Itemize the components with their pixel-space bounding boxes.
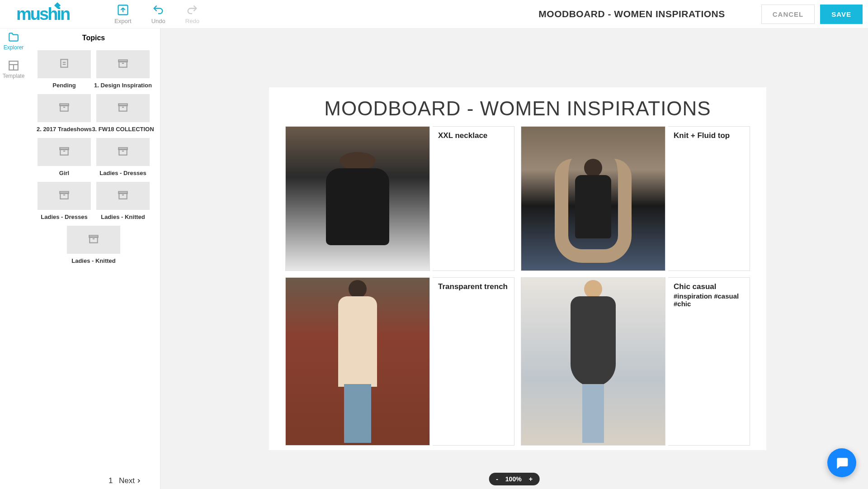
export-label: Export <box>114 18 132 24</box>
sidebar-title: Topics <box>27 28 160 46</box>
undo-button[interactable]: Undo <box>151 4 165 24</box>
canvas[interactable]: MOODBOARD - WOMEN INSPIRATIONS XXL neckl… <box>160 28 868 489</box>
redo-icon <box>186 4 198 16</box>
svg-rect-26 <box>118 191 127 193</box>
card-image <box>285 277 430 446</box>
topic-label: 2. 2017 Tradeshows <box>37 126 92 133</box>
card-image <box>285 126 430 271</box>
topic-label: 3. FW18 COLLECTION <box>92 126 154 133</box>
topic-label: Ladies - Dresses <box>99 170 146 176</box>
card-3[interactable]: Transparent trench <box>285 277 514 446</box>
svg-rect-17 <box>60 147 69 149</box>
card-title: XXL necklace <box>438 131 509 140</box>
card-image <box>521 126 665 271</box>
document-icon <box>57 57 71 71</box>
rail-template[interactable]: Template <box>3 60 25 79</box>
moodboard[interactable]: MOODBOARD - WOMEN INSPIRATIONS XXL neckl… <box>269 87 766 450</box>
box-icon <box>87 233 100 247</box>
box-icon <box>57 189 71 203</box>
template-icon <box>7 60 20 71</box>
card-image <box>521 277 665 446</box>
card-title: Knit + Fluid top <box>674 131 744 140</box>
card-4[interactable]: Chic casual #inspiration #casual #chic <box>521 277 750 446</box>
export-button[interactable]: Export <box>114 4 132 24</box>
nav-rail: Explorer Template <box>0 28 27 489</box>
undo-icon <box>152 4 165 16</box>
topic-label: 1. Design Inspiration <box>94 82 152 89</box>
topic-thumb <box>96 94 150 122</box>
pager: 1 Next <box>27 476 160 485</box>
card-1[interactable]: XXL necklace <box>285 126 514 271</box>
topic-label: Girl <box>59 170 69 176</box>
rail-template-label: Template <box>3 73 25 79</box>
export-icon <box>117 4 129 16</box>
topic-thumb <box>96 138 150 166</box>
topic-label: Ladies - Knitted <box>101 214 145 220</box>
topic-label: Ladies - Dresses <box>41 214 87 220</box>
next-label: Next <box>119 476 135 485</box>
cancel-button[interactable]: CANCEL <box>761 5 815 24</box>
card-desc: XXL necklace <box>433 126 514 271</box>
save-button[interactable]: SAVE <box>820 5 863 24</box>
box-icon <box>116 145 130 159</box>
zoom-control: - 100% + <box>489 473 540 485</box>
app-logo: mushin <box>16 5 69 23</box>
redo-button[interactable]: Redo <box>185 4 199 24</box>
topic-item[interactable]: Ladies - Knitted <box>67 226 120 264</box>
box-icon <box>116 57 130 71</box>
topic-item[interactable]: Ladies - Knitted <box>96 182 150 220</box>
topic-thumb <box>67 226 120 254</box>
svg-rect-23 <box>60 191 69 193</box>
topic-thumb <box>38 182 91 210</box>
topic-item[interactable]: Girl <box>38 138 91 176</box>
page-title: MOODBOARD - WOMEN INSPIRATIONS <box>538 9 725 19</box>
topic-item[interactable]: Pending <box>38 50 91 89</box>
next-button[interactable]: Next <box>119 476 142 485</box>
zoom-value: 100% <box>505 475 522 483</box>
topic-item[interactable]: Ladies - Dresses <box>96 138 150 176</box>
topic-label: Ladies - Knitted <box>71 257 116 264</box>
topic-thumb <box>38 138 91 166</box>
folder-icon <box>7 31 20 43</box>
card-title: Chic casual <box>674 282 744 291</box>
card-desc: Knit + Fluid top <box>668 126 750 271</box>
zoom-in[interactable]: + <box>529 475 533 483</box>
topic-label: Pending <box>52 82 75 89</box>
page-number: 1 <box>108 476 113 485</box>
card-desc: Transparent trench <box>433 277 514 446</box>
top-bar: mushin Export Undo Redo MOODBOARD - WOME… <box>0 0 868 28</box>
redo-label: Redo <box>185 18 199 24</box>
svg-rect-4 <box>61 59 67 67</box>
topic-thumb <box>38 94 91 122</box>
topic-item[interactable]: 1. Design Inspiration <box>96 50 150 89</box>
zoom-out[interactable]: - <box>496 475 498 483</box>
board-title: MOODBOARD - WOMEN INSPIRATIONS <box>269 97 766 120</box>
topic-item[interactable]: 3. FW18 COLLECTION <box>96 94 150 133</box>
topic-thumb <box>96 50 150 78</box>
box-icon <box>57 101 71 115</box>
svg-rect-20 <box>118 147 127 149</box>
box-icon <box>116 189 130 203</box>
box-icon <box>57 145 71 159</box>
sidebar: Topics Pending1. Design Inspiration2. 20… <box>27 28 160 489</box>
chat-button[interactable] <box>827 448 856 477</box>
topic-item[interactable]: 2. 2017 Tradeshows <box>38 94 91 133</box>
undo-label: Undo <box>151 18 165 24</box>
topic-thumb <box>38 50 91 78</box>
box-icon <box>116 101 130 115</box>
topic-thumb <box>96 182 150 210</box>
card-desc: Chic casual #inspiration #casual #chic <box>668 277 750 446</box>
card-tags: #inspiration #casual #chic <box>674 292 744 308</box>
card-title: Transparent trench <box>438 282 509 291</box>
chat-icon <box>835 456 849 470</box>
rail-explorer[interactable]: Explorer <box>4 31 24 51</box>
card-2[interactable]: Knit + Fluid top <box>521 126 750 271</box>
chevron-right-icon <box>136 478 142 484</box>
topic-item[interactable]: Ladies - Dresses <box>38 182 91 220</box>
rail-explorer-label: Explorer <box>4 44 24 51</box>
